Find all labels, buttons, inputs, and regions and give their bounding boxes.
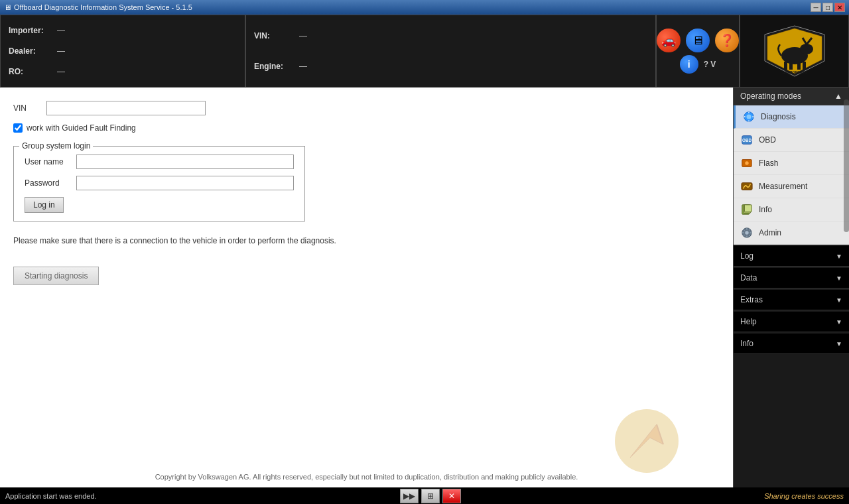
svg-point-18 [745, 161, 748, 164]
header: Importer: — Dealer: — RO: — VIN: — Engin… [0, 15, 849, 88]
ro-row: RO: — [9, 67, 237, 76]
help-expand-label: Help [740, 317, 757, 326]
status-bar-text: Application start was ended. [5, 492, 97, 500]
engine-row: Engine: — [254, 62, 647, 71]
close-action-button[interactable]: ✕ [442, 489, 461, 503]
operating-modes-header: Operating modes ▲ [734, 88, 849, 105]
extras-expand-label: Extras [740, 295, 763, 304]
mode-buttons-container: DiagnosisOBDOBDFlashMeasurementInfoAdmin [734, 105, 849, 245]
measurement-mode-label: Measurement [759, 182, 807, 191]
info-circle-icon[interactable]: i [680, 55, 698, 74]
guided-fault-checkbox-row: work with Guided Fault Finding [13, 123, 720, 133]
username-label: User name [25, 157, 71, 166]
app-icon: 🖥 [4, 3, 11, 11]
vin-field-label: VIN [13, 103, 40, 113]
vin-row: VIN [13, 101, 720, 115]
app-title: Offboard Diagnostic Information System S… [14, 3, 192, 11]
minimize-button[interactable]: ─ [811, 3, 821, 12]
info2-expand-label: Info [740, 339, 753, 348]
extras-expand-chevron: ▼ [836, 296, 842, 304]
svg-point-14 [746, 114, 751, 119]
log-expand-chevron: ▼ [836, 253, 842, 260]
importer-value: — [57, 26, 65, 35]
sidebar-item-measurement[interactable]: Measurement [734, 175, 849, 198]
help-icon[interactable]: ❓ [715, 29, 739, 52]
data-expand-chevron: ▼ [836, 275, 842, 282]
admin-mode-icon [740, 226, 753, 239]
password-label: Password [25, 178, 71, 188]
importer-row: Importer: — [9, 26, 237, 35]
scrollbar-thumb[interactable] [844, 99, 849, 232]
svg-rect-6 [784, 62, 787, 70]
content-panel: VIN work with Guided Fault Finding Group… [0, 88, 733, 487]
expandable-info2[interactable]: Info▼ [734, 334, 849, 354]
dealer-row: Dealer: — [9, 46, 237, 56]
bottom-buttons-group: ▶▶ ⊞ ✕ [400, 489, 461, 503]
sidebar-item-diagnosis[interactable]: Diagnosis [734, 105, 849, 129]
info-mode-label: Info [759, 205, 772, 214]
vin-header-value: — [299, 31, 307, 40]
expandable-help[interactable]: Help▼ [734, 312, 849, 332]
forward-button[interactable]: ▶▶ [400, 489, 419, 503]
start-diagnosis-button[interactable]: Starting diagnosis [13, 267, 99, 285]
diagnosis-mode-label: Diagnosis [761, 112, 796, 121]
importer-label: Importer: [9, 26, 52, 35]
vin-header-row: VIN: — [254, 31, 647, 40]
close-button[interactable]: ✕ [834, 3, 845, 12]
sharing-text: Sharing creates success [764, 492, 844, 500]
guided-fault-label: work with Guided Fault Finding [27, 123, 136, 133]
help-expand-chevron: ▼ [836, 318, 842, 326]
svg-text:OBD: OBD [742, 138, 751, 143]
group-login-box: Group system login User name Password Lo… [13, 146, 305, 221]
right-sidebar: Operating modes ▲ DiagnosisOBDOBDFlashMe… [733, 88, 849, 487]
flash-mode-icon [740, 157, 753, 170]
diagnosis-mode-icon [742, 110, 755, 123]
titlebar-controls: ─ □ ✕ [811, 3, 845, 12]
header-icon-row-top: 🚗 🖥 ❓ [657, 29, 739, 52]
operating-modes-label: Operating modes [740, 92, 801, 101]
titlebar-title: 🖥 Offboard Diagnostic Information System… [4, 3, 192, 11]
car-icon[interactable]: 🚗 [657, 29, 681, 52]
sidebar-item-flash[interactable]: Flash [734, 152, 849, 175]
engine-label: Engine: [254, 62, 294, 71]
expandable-sections-container: Log▼Data▼Extras▼Help▼Info▼ [734, 245, 849, 354]
expandable-extras[interactable]: Extras▼ [734, 290, 849, 310]
login-button[interactable]: Log in [25, 197, 64, 213]
header-icons-panel: 🚗 🖥 ❓ i ? V [656, 15, 740, 88]
bottom-toolbar: Application start was ended. ▶▶ ⊞ ✕ Shar… [0, 487, 849, 504]
obd-mode-icon: OBD [740, 133, 753, 147]
dealer-label: Dealer: [9, 46, 52, 56]
expandable-log[interactable]: Log▼ [734, 246, 849, 267]
svg-point-24 [745, 231, 748, 234]
notice-text: Please make sure that there is a connect… [13, 235, 720, 247]
log-expand-label: Log [740, 251, 753, 261]
sidebar-item-obd[interactable]: OBDOBD [734, 129, 849, 152]
svg-rect-22 [744, 205, 751, 212]
sidebar-item-info[interactable]: Info [734, 198, 849, 221]
svg-text:LAMBORGHINI: LAMBORGHINI [783, 70, 807, 74]
main-area: VIN work with Guided Fault Finding Group… [0, 88, 849, 487]
network-icon[interactable]: 🖥 [686, 29, 710, 52]
sidebar-item-admin[interactable]: Admin [734, 221, 849, 245]
measurement-mode-icon [740, 180, 753, 193]
svg-rect-9 [803, 62, 806, 70]
svg-rect-8 [797, 62, 801, 70]
lamborghini-logo-panel: LAMBORGHINI [740, 15, 849, 88]
header-icon-row-bottom: i ? V [680, 55, 716, 74]
operating-modes-chevron: ▲ [834, 92, 842, 101]
copyright-text: Copyright by Volkswagen AG. All rights r… [0, 473, 733, 481]
guided-fault-checkbox[interactable] [13, 123, 23, 133]
layout-button[interactable]: ⊞ [421, 489, 440, 503]
ro-value: — [57, 67, 65, 76]
vin-input[interactable] [46, 101, 206, 115]
password-input[interactable] [76, 176, 294, 190]
expandable-data[interactable]: Data▼ [734, 268, 849, 288]
maximize-button[interactable]: □ [822, 3, 833, 12]
vin-header-label: VIN: [254, 31, 294, 40]
lamborghini-logo: LAMBORGHINI [761, 25, 828, 78]
header-info-left: Importer: — Dealer: — RO: — [0, 15, 245, 88]
username-row: User name [25, 155, 294, 169]
watermark-logo [614, 408, 680, 474]
header-info-middle: VIN: — Engine: — [245, 15, 656, 88]
username-input[interactable] [76, 155, 294, 169]
